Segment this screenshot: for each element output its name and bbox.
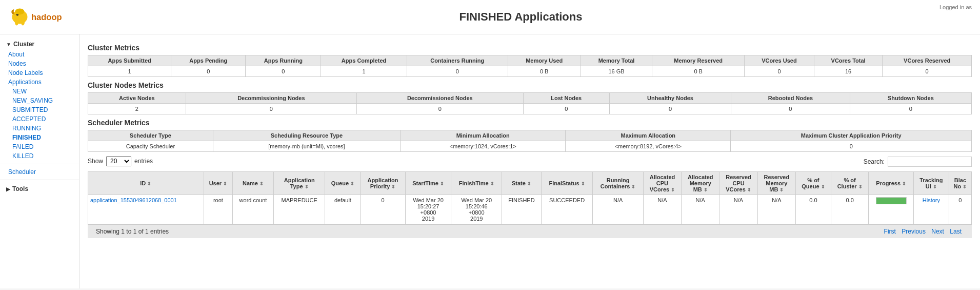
res-mem-sort-icon: ⇕ [779,187,784,192]
main-content: Cluster Metrics Apps Submitted Apps Pend… [79,34,980,288]
col-scheduling-resource-type: Scheduling Resource Type [213,130,400,141]
pct-cluster-sort-icon: ⇕ [858,184,863,189]
sidebar-sublink-finished[interactable]: FINISHED [0,133,79,142]
show-label: Show [88,158,103,165]
col-start-time[interactable]: StartTime ⇕ [405,172,451,195]
search-input[interactable] [888,157,972,167]
val-apps-completed: 1 [321,66,407,77]
table-row: application_1553049612068_0001 root word… [88,195,972,224]
col-vcores-used: VCores Used [745,55,814,66]
tools-section-header[interactable]: ▶ Tools [0,183,79,195]
apps-table: ID ⇕ User ⇕ Name ⇕ ApplicationType ⇕ Que… [88,171,972,224]
sidebar-divider-1 [0,164,79,164]
state-sort-icon: ⇕ [527,181,531,186]
val-memory-used: 0 B [508,66,581,77]
col-finish-time[interactable]: FinishTime ⇕ [451,172,502,195]
svg-point-2 [21,18,25,26]
alloc-cpu-sort-icon: ⇕ [671,187,675,192]
sidebar-sublink-submitted[interactable]: SUBMITTED [0,105,79,114]
sidebar-link-about[interactable]: About [0,50,79,59]
val-scheduler-type: Capacity Scheduler [88,141,213,152]
col-queue[interactable]: Queue ⇕ [325,172,361,195]
val-active-nodes: 2 [88,104,186,114]
footer-last[interactable]: Last [950,228,962,235]
col-memory-total: Memory Total [581,55,652,66]
val-vcores-total: 16 [814,66,882,77]
cell-finish-time: Wed Mar 2015:20:46+08002019 [451,195,502,224]
col-running-containers[interactable]: RunningContainers ⇕ [593,172,643,195]
col-allocated-memory[interactable]: AllocatedMemoryMB ⇕ [682,172,719,195]
col-reserved-cpu[interactable]: ReservedCPUVCores ⇕ [719,172,757,195]
val-max-cluster-priority: 0 [731,141,972,152]
running-containers-sort-icon: ⇕ [631,184,635,189]
res-cpu-sort-icon: ⇕ [747,187,751,192]
cell-reserved-cpu: N/A [719,195,757,224]
sidebar-sublink-accepted[interactable]: ACCEPTED [0,114,79,124]
logo: hadoop [8,4,70,30]
app-type-sort-icon: ⇕ [305,184,309,189]
col-app-type[interactable]: ApplicationType ⇕ [273,172,325,195]
val-shutdown-nodes: 0 [850,104,971,114]
col-pct-queue[interactable]: % ofQueue ⇕ [795,172,831,195]
footer-previous[interactable]: Previous [902,228,926,235]
sidebar-link-nodes[interactable]: Nodes [0,59,79,68]
final-status-sort-icon: ⇕ [581,181,585,186]
col-app-priority[interactable]: ApplicationPriority ⇕ [361,172,405,195]
val-apps-running: 0 [246,66,321,77]
sidebar-sublink-new-saving[interactable]: NEW_SAVING [0,96,79,105]
entries-select[interactable]: 10 20 25 50 100 [106,156,131,166]
sidebar-sublink-running[interactable]: RUNNING [0,124,79,133]
scheduler-metrics-title: Scheduler Metrics [88,119,972,127]
hadoop-logo: hadoop [8,4,70,30]
val-memory-reserved: 0 B [652,66,745,77]
col-unhealthy-nodes: Unhealthy Nodes [609,93,731,104]
footer-next[interactable]: Next [931,228,944,235]
sidebar-sublink-killed[interactable]: KILLED [0,151,79,161]
col-final-status[interactable]: FinalStatus ⇕ [541,172,593,195]
tracking-ui-link[interactable]: History [923,197,940,203]
footer-first[interactable]: First [884,228,896,235]
col-state[interactable]: State ⇕ [502,172,542,195]
cluster-section-header[interactable]: ▼ Cluster [0,38,79,50]
val-apps-submitted: 1 [88,66,171,77]
cell-reserved-memory: N/A [757,195,795,224]
priority-sort-icon: ⇕ [391,184,395,189]
apps-table-body: application_1553049612068_0001 root word… [88,195,972,224]
col-containers-running: Containers Running [407,55,508,66]
cell-allocated-cpu: N/A [643,195,681,224]
col-allocated-cpu[interactable]: AllocatedCPUVCores ⇕ [643,172,681,195]
entries-label: entries [134,158,153,165]
cluster-nodes-metrics-title: Cluster Nodes Metrics [88,81,972,89]
sidebar-link-applications[interactable]: Applications [0,78,79,87]
sidebar-link-node-labels[interactable]: Node Labels [0,68,79,78]
scheduler-metrics-table: Scheduler Type Scheduling Resource Type … [88,130,972,152]
cell-state: FINISHED [502,195,542,224]
col-min-allocation: Minimum Allocation [401,130,566,141]
cluster-metrics-table: Apps Submitted Apps Pending Apps Running… [88,55,972,77]
svg-point-4 [15,9,25,15]
app-id-link[interactable]: application_1553049612068_0001 [90,197,177,203]
progress-bar-fill [876,198,906,204]
col-max-allocation: Maximum Allocation [566,130,731,141]
col-id[interactable]: ID ⇕ [88,172,204,195]
alloc-mem-sort-icon: ⇕ [704,187,708,192]
col-name[interactable]: Name ⇕ [233,172,274,195]
col-progress[interactable]: Progress ⇕ [869,172,914,195]
col-reserved-memory[interactable]: ReservedMemoryMB ⇕ [757,172,795,195]
col-tracking-ui[interactable]: TrackingUI ⇕ [913,172,949,195]
col-user[interactable]: User ⇕ [204,172,233,195]
col-blacklisted-nodes[interactable]: BlacNo ⇕ [949,172,971,195]
sidebar-sublink-failed[interactable]: FAILED [0,142,79,151]
cluster-label: Cluster [13,41,34,48]
svg-point-1 [15,18,19,26]
val-decommissioned-nodes: 0 [356,104,523,114]
pct-queue-sort-icon: ⇕ [821,184,825,189]
sidebar-sublink-new[interactable]: NEW [0,87,79,96]
col-pct-cluster[interactable]: % ofCluster ⇕ [831,172,869,195]
col-shutdown-nodes: Shutdown Nodes [850,93,971,104]
apps-table-header-row: ID ⇕ User ⇕ Name ⇕ ApplicationType ⇕ Que… [88,172,972,195]
footer-nav: First Previous Next Last [882,228,964,235]
cell-queue: default [325,195,361,224]
sidebar-link-scheduler[interactable]: Scheduler [0,167,79,177]
cell-app-type: MAPREDUCE [273,195,325,224]
